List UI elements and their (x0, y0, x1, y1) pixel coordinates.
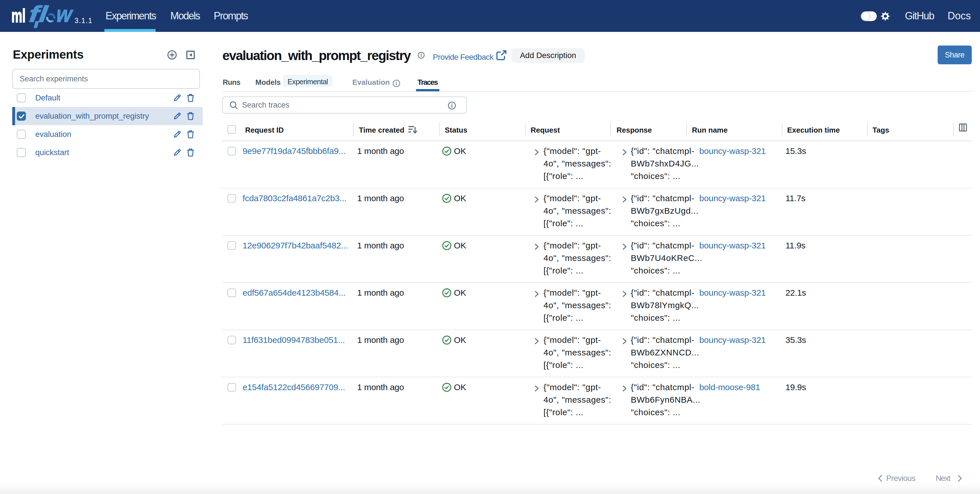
svg-text:ml: ml (11, 5, 25, 26)
svg-text:fl: fl (28, 2, 49, 27)
svg-text:w: w (55, 2, 74, 27)
